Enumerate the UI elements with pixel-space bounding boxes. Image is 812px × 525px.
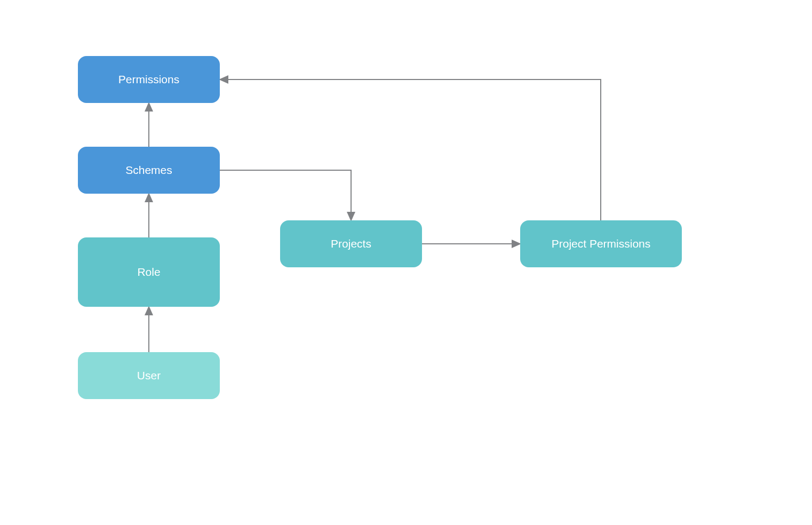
node-projects: Projects [280, 220, 422, 267]
node-label: Project Permissions [552, 237, 651, 250]
node-user: User [78, 352, 220, 399]
node-label: Schemes [125, 164, 172, 177]
connector-project-permissions-permissions [220, 79, 601, 220]
node-label: User [137, 369, 161, 382]
connector-schemes-projects [220, 170, 351, 220]
node-label: Projects [331, 237, 371, 250]
node-role: Role [78, 237, 220, 307]
node-schemes: Schemes [78, 147, 220, 194]
node-permissions: Permissions [78, 56, 220, 103]
node-label: Permissions [118, 73, 179, 86]
node-project-permissions: Project Permissions [520, 220, 682, 267]
node-label: Role [137, 266, 160, 279]
diagram-canvas: Permissions Schemes Role User Projects P… [0, 0, 812, 525]
